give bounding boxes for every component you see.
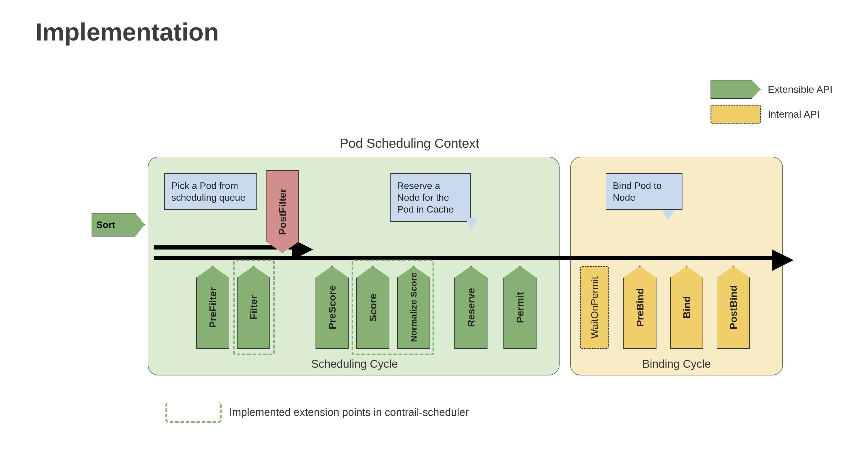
ext-reserve: Reserve (454, 266, 488, 349)
callout-bind: Bind Pod to Node (606, 173, 682, 210)
ext-wait-on-permit-label: WaitOnPermit (589, 277, 600, 339)
ext-bind: Bind (670, 266, 703, 349)
flow-arrow-main (772, 250, 794, 271)
ext-prescore: PreScore (315, 266, 349, 349)
ext-filter-label: Filter (248, 295, 259, 320)
legend-internal-label: Internal API (768, 109, 820, 120)
legend-internal: Internal API (711, 105, 833, 123)
ext-prebind-label: PreBind (634, 288, 646, 327)
ext-postbind-label: PostBind (728, 285, 739, 329)
page-title: Implementation (35, 18, 219, 47)
legend-green-arrow-icon (711, 80, 761, 99)
sort-arrow: Sort (92, 213, 145, 236)
ext-score: Score (356, 266, 390, 349)
legend-yellow-box-icon (711, 105, 761, 123)
implemented-legend: Implemented extension points in contrail… (165, 402, 469, 423)
callout-reserve-tail (465, 218, 478, 229)
ext-prebind: PreBind (623, 266, 656, 349)
context-title: Pod Scheduling Context (340, 136, 479, 151)
ext-postfilter-label: PostFilter (277, 189, 288, 235)
sort-label: Sort (96, 219, 115, 230)
ext-normalize-score: Normalize Score (397, 266, 430, 349)
callout-reserve: Reserve a Node for the Pod in Cache (390, 173, 471, 222)
callout-bind-tail (662, 210, 675, 221)
ext-normalize-score-label: Normalize Score (409, 272, 418, 342)
implemented-label: Implemented extension points in contrail… (229, 406, 469, 419)
ext-permit: Permit (503, 266, 536, 349)
binding-cycle-label: Binding Cycle (638, 358, 715, 370)
legend: Extensible API Internal API (711, 80, 833, 123)
dashed-swatch-icon (165, 402, 222, 423)
ext-wait-on-permit: WaitOnPermit (580, 266, 609, 349)
legend-extensible-label: Extensible API (768, 84, 833, 95)
ext-permit-label: Permit (514, 292, 526, 323)
ext-filter: Filter (237, 266, 270, 349)
ext-reserve-label: Reserve (465, 288, 477, 327)
flow-bar-top (154, 246, 292, 250)
ext-prefilter-label: PreFilter (207, 287, 219, 328)
ext-postfilter: PostFilter (266, 170, 299, 253)
ext-postbind: PostBind (717, 266, 750, 349)
ext-bind-label: Bind (681, 296, 692, 319)
legend-extensible: Extensible API (711, 80, 833, 99)
ext-prescore-label: PreScore (327, 285, 338, 329)
ext-score-label: Score (367, 293, 379, 322)
scheduling-cycle-label: Scheduling Cycle (304, 358, 405, 370)
callout-pick: Pick a Pod from scheduling queue (164, 173, 257, 210)
ext-prefilter: PreFilter (196, 266, 229, 349)
